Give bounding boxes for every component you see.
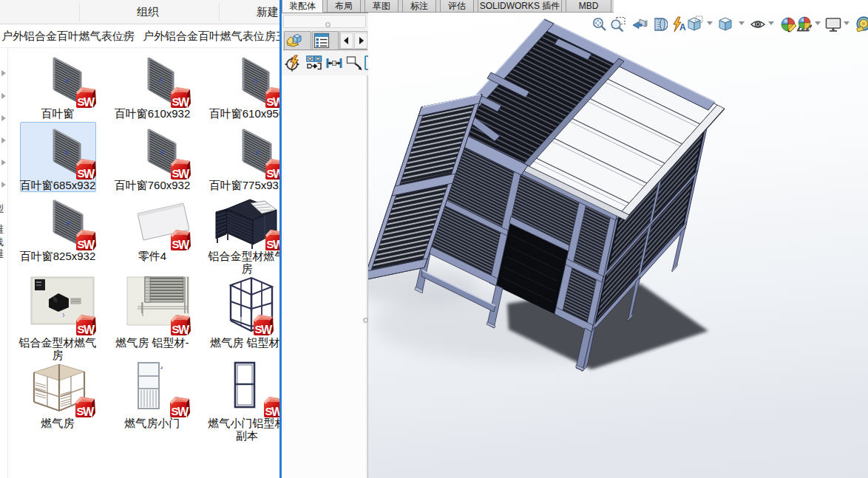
solidworks-file-badge [169, 313, 191, 337]
file-item[interactable]: 燃气房 [10, 361, 105, 414]
panel-toolbar [282, 52, 368, 75]
file-name: 铝合金型材燃气房 [18, 337, 97, 361]
tree-expand-icon[interactable] [1, 182, 6, 188]
file-item[interactable]: 铝合金型材燃气房 [200, 194, 279, 252]
view-settings-icon[interactable] [824, 16, 842, 33]
solidworks-file-badge [262, 395, 279, 419]
file-name: 燃气房小门 [113, 417, 191, 430]
dropdown-arrow-icon[interactable] [707, 21, 713, 25]
solidworks-file-badge [168, 395, 191, 419]
solidworks-file-badge [251, 313, 274, 337]
solidworks-file-badge [74, 157, 97, 181]
featuremanager-panel [282, 13, 368, 478]
heads-up-view-toolbar: A [368, 13, 868, 49]
file-item[interactable]: 百叶窗610x950 [200, 52, 279, 109]
folder-tree-pane: 型 维 线 维 T [0, 49, 8, 478]
file-item[interactable]: 百叶窗775x932 [200, 123, 279, 181]
commandmanager-tab[interactable]: 标注 [402, 0, 436, 13]
commandmanager-tab[interactable]: SOLIDWORKS 插件 [478, 0, 562, 13]
solidworks-file-badge [169, 157, 191, 181]
tree-expand-icon[interactable] [1, 137, 6, 143]
file-item[interactable]: 百叶窗 [10, 52, 105, 109]
file-item[interactable]: 百叶窗760x932 [105, 123, 200, 181]
panel-tab-scroll [339, 31, 367, 49]
commandmanager-tab[interactable]: 布局 [327, 0, 361, 13]
file-name: 百叶窗775x932 [208, 180, 279, 192]
zoom-to-fit-icon[interactable] [591, 16, 608, 33]
dropdown-arrow-icon[interactable] [844, 21, 850, 25]
toolbar-separator [79, 3, 80, 21]
file-name: 百叶窗825x932 [18, 250, 97, 263]
scroll-left-button[interactable] [340, 33, 353, 49]
solidworks-file-badge [169, 228, 191, 252]
featuremanager-assembly-tab-icon [285, 32, 304, 48]
commandmanager-tab[interactable]: 评估 [440, 0, 474, 13]
splitter-grip-icon [325, 22, 330, 27]
tree-expand-icon[interactable] [1, 115, 6, 121]
graphics-viewport[interactable]: A [368, 13, 868, 478]
solidworks-file-badge [74, 228, 97, 252]
solidworks-file-badge [169, 86, 191, 109]
move-component-icon[interactable] [346, 55, 363, 72]
dropdown-arrow-icon[interactable] [815, 21, 821, 25]
file-name: 百叶窗685x932 [18, 180, 97, 192]
tree-expand-icon[interactable] [1, 160, 6, 165]
file-name: 百叶窗 [18, 108, 97, 120]
file-item[interactable]: 燃气房 铝型材- [105, 275, 200, 328]
dropdown-arrow-icon[interactable] [739, 21, 745, 25]
tree-expand-icon[interactable] [1, 93, 6, 99]
screen: 组织 新建 户外铝合金百叶燃气表位房 › 户外铝合金百叶燃气表位房三维模型全套 … [0, 0, 868, 478]
toolbar-separator [219, 3, 220, 21]
file-item[interactable]: 百叶窗610x932 [105, 52, 200, 109]
file-name: 百叶窗760x932 [113, 180, 191, 192]
file-item[interactable]: 燃气小门铝型材副本 [200, 361, 279, 414]
file-item[interactable]: 铝合金型材燃气房 [10, 275, 105, 328]
scroll-right-button[interactable] [354, 33, 367, 49]
breadcrumb-folder[interactable]: 户外铝合金百叶燃气表位房 [1, 30, 135, 44]
featuremanager-tree-area[interactable] [282, 75, 366, 478]
featuremanager-tab-bar [283, 31, 367, 50]
insert-components-icon[interactable] [305, 55, 322, 72]
panel-splitter-grip-icon[interactable] [363, 318, 368, 323]
zoom-to-area-icon[interactable] [609, 16, 627, 33]
commandmanager-tab[interactable]: 草图 [365, 0, 399, 13]
file-name: 燃气房 铝型材- [113, 337, 191, 349]
file-item[interactable]: 燃气房 铝型材- [200, 275, 279, 335]
new-menu[interactable]: 新建 [257, 5, 279, 19]
solidworks-file-badge [263, 86, 279, 109]
commandmanager-tab-bar: 装配体布局草图标注评估SOLIDWORKS 插件MBD [282, 0, 868, 13]
breadcrumb-bar: 户外铝合金百叶燃气表位房 › 户外铝合金百叶燃气表位房三维模型全套 [0, 25, 279, 48]
solidworks-file-badge [263, 228, 279, 252]
file-name: 零件4 [113, 250, 191, 263]
smart-fasteners-icon[interactable] [285, 55, 302, 72]
tree-expand-icon[interactable] [1, 70, 6, 76]
apply-scene-icon[interactable] [796, 16, 813, 33]
featuremanager-tree-tab[interactable] [284, 31, 311, 49]
file-name: 燃气房 [18, 417, 97, 430]
file-name: 百叶窗610x950 [208, 108, 279, 120]
mate-icon[interactable] [325, 55, 342, 72]
gas-meter-enclosure-model[interactable] [368, 13, 868, 478]
section-view-icon[interactable] [650, 16, 668, 33]
view-orientation-icon[interactable] [685, 16, 703, 33]
measure-icon[interactable] [855, 16, 868, 33]
file-item[interactable]: 零件4 [105, 194, 200, 252]
display-style-icon[interactable] [716, 16, 734, 33]
explorer-command-bar: 组织 新建 [0, 0, 279, 24]
commandmanager-tab[interactable]: MBD [566, 0, 611, 13]
display-pane-tab[interactable] [312, 31, 339, 49]
breadcrumb-chevron-icon[interactable]: › [123, 30, 126, 41]
commandmanager-tab[interactable]: 装配体 [282, 0, 323, 13]
file-name: 铝合金型材燃气房 [208, 250, 279, 275]
file-item[interactable]: 百叶窗825x932 [10, 194, 105, 252]
panel-splitter-bar[interactable] [283, 15, 366, 28]
organize-menu[interactable]: 组织 [137, 5, 159, 19]
edit-appearance-icon[interactable] [779, 16, 797, 33]
file-explorer-window: 组织 新建 户外铝合金百叶燃气表位房 › 户外铝合金百叶燃气表位房三维模型全套 … [0, 0, 279, 478]
breadcrumb-folder[interactable]: 户外铝合金百叶燃气表位房三维模型全套 [143, 30, 279, 44]
previous-view-icon[interactable] [630, 16, 648, 33]
file-item[interactable]: 燃气房小门 [105, 361, 200, 414]
file-item[interactable]: 百叶窗685x932 [10, 123, 105, 181]
hide-show-items-icon[interactable] [749, 16, 767, 33]
dropdown-arrow-icon[interactable] [768, 21, 774, 25]
